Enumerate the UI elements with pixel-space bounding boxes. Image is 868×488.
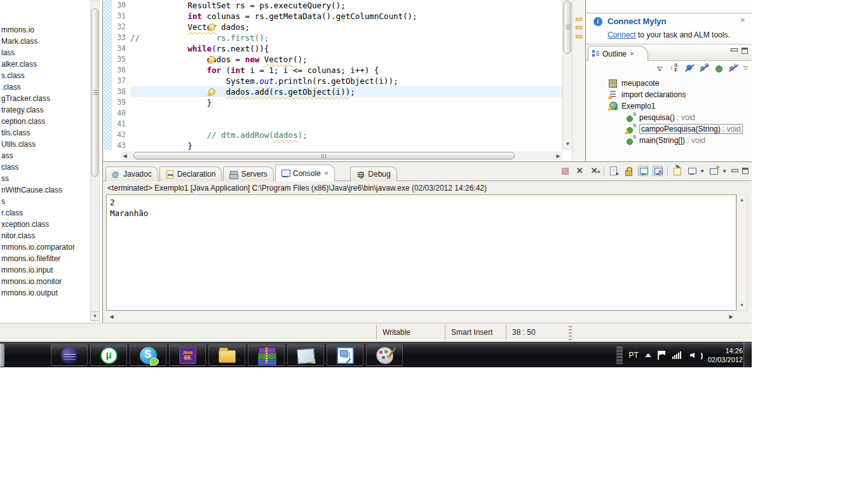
taskbar-button-folder[interactable] [208,344,245,366]
show-desktop-button[interactable] [743,342,752,368]
warning-marker-icon[interactable] [576,35,582,38]
close-icon[interactable]: ✕ [324,170,329,177]
taskbar-button-winrar[interactable] [248,344,285,366]
remove-launch-icon[interactable]: ✕ [574,166,585,176]
tree-item[interactable]: mmons.io.input [0,264,89,276]
tree-item[interactable]: .class [0,81,89,93]
show-console-stdout-icon[interactable] [638,166,648,176]
outline-item[interactable]: pesquisa() : void [586,112,752,123]
tree-item[interactable]: ception.class [0,116,89,127]
maximize-button[interactable] [742,168,749,174]
java-editor[interactable]: 3031323334353637383940414243 ResultSet r… [104,0,585,161]
remove-all-terminated-icon[interactable]: ✕ [589,166,599,176]
tree-item[interactable]: alker.class [0,58,89,70]
taskbar-button-notepad[interactable] [287,344,324,366]
console-horizontal-scrollbar[interactable]: ◀ ▶ [106,312,736,322]
hide-static-icon[interactable] [700,64,709,72]
tree-item[interactable]: s [0,196,89,207]
clear-console-icon[interactable] [609,166,619,176]
volume-icon[interactable] [690,351,702,360]
code-line[interactable] [130,108,562,119]
tree-item[interactable]: Utils.class [0,139,89,150]
chevron-down-icon[interactable]: ▼ [722,168,727,174]
scroll-up-icon[interactable]: ▲ [738,196,746,204]
code-line[interactable]: } [130,140,562,150]
hide-non-public-icon[interactable] [714,64,723,72]
explorer-scrollbar[interactable] [90,0,100,322]
current-line[interactable]: dados.add(rs.getObject(i)); [130,86,562,97]
scroll-right-icon[interactable]: ▶ [727,313,735,321]
taskbar-button-javaee[interactable] [169,344,206,366]
tree-item[interactable]: mmons.io.comparator [0,241,89,253]
taskbar-button-eclipse[interactable] [51,344,88,366]
code-line[interactable]: int colunas = rs.getMetaData().getColumn… [130,11,562,22]
language-indicator[interactable]: PT [629,351,639,360]
code-line[interactable]: } [130,97,562,108]
pin-console-icon[interactable] [672,166,682,176]
code-line[interactable] [130,119,562,130]
outline-item[interactable]: main(String[]) : void [586,135,752,146]
outline-item[interactable]: import declarations [586,89,752,100]
action-center-flag-icon[interactable] [658,351,666,360]
minimize-button[interactable] [731,48,737,53]
tab-servers[interactable]: Servers [223,166,273,181]
tab-javadoc[interactable]: @Javadoc [105,166,158,181]
code-line[interactable]: System.out.println(rs.getObject(i)); [130,76,562,86]
tree-item[interactable]: tils.class [0,127,89,139]
tree-item[interactable]: r.class [0,207,89,219]
tree-item[interactable]: nWithCause.class [0,184,89,196]
hide-fields-icon[interactable] [685,64,694,72]
tree-item[interactable]: s.class [0,70,89,81]
show-console-stderr-icon[interactable]: ✕ [653,166,663,176]
code-line[interactable]: while(rs.next()){ [130,43,562,54]
terminate-icon[interactable] [560,166,570,176]
scroll-down-icon[interactable]: ▼ [738,301,746,309]
taskbar-button-photo[interactable] [327,344,363,366]
tree-item[interactable]: nitor.class [0,230,89,241]
console-vertical-scrollbar[interactable]: ▲ ▼ [736,194,747,311]
tab-outline[interactable]: Outline ✕ [588,46,648,61]
tree-item[interactable]: mmons.io.output [0,287,89,299]
tree-item[interactable]: mmons.io [0,24,89,36]
code-area[interactable]: ResultSet rs = ps.executeQuery(); int co… [130,0,562,150]
tab-declaration[interactable]: Declaration [159,166,222,181]
editor-scroll-down-icon[interactable]: ▼ [564,140,572,149]
editor-hscroll-thumb[interactable] [133,152,515,159]
warning-bulb-icon[interactable] [207,55,215,64]
connect-link[interactable]: Connect [607,30,636,39]
network-signal-icon[interactable] [672,351,684,360]
code-line[interactable]: for (int i = 1; i <= colunas; i++) { [130,65,562,76]
outline-item[interactable]: Exemplo1 [586,100,752,112]
clock[interactable]: 14:26 02/03/2012 [708,346,743,364]
code-line[interactable]: Vector dados; [130,22,562,32]
view-menu-icon[interactable]: ▽ [743,64,748,72]
taskbar-button-utorrent[interactable] [90,344,127,366]
warning-bulb-icon[interactable] [207,88,215,96]
overview-ruler[interactable] [572,0,585,161]
scroll-lock-icon[interactable] [623,166,634,176]
code-line[interactable]: dados = new Vector(); [130,54,562,65]
close-icon[interactable]: ✕ [740,17,745,24]
outline-item[interactable]: campoPesquisa(String) : void [586,123,752,135]
start-button-cropped[interactable] [0,344,4,367]
editor-vscroll-thumb[interactable] [564,1,571,54]
explorer-scrollbar-thumb[interactable] [92,8,98,177]
open-console-icon[interactable] [709,166,719,176]
warning-marker-icon[interactable] [576,18,582,21]
explorer-scroll-down-icon[interactable]: ▼ [90,311,100,321]
tab-debug[interactable]: Debug [350,166,397,181]
tree-item[interactable]: lass [0,47,89,58]
tab-console[interactable]: Console✕ [275,165,336,181]
warning-marker-icon[interactable] [576,26,582,29]
tree-item[interactable]: mmons.io.filefilter [0,253,89,264]
tree-item[interactable]: class [0,161,89,173]
tree-item[interactable]: gTracker.class [0,93,89,104]
warning-bulb-icon[interactable] [207,23,215,31]
tree-item[interactable]: Mark.class [0,36,89,47]
tree-item[interactable]: ass [0,150,89,161]
code-line[interactable]: ResultSet rs = ps.executeQuery(); [130,0,562,11]
outline-item[interactable]: meupacote [586,78,752,89]
maximize-button[interactable] [742,48,748,54]
code-line[interactable]: // rs.first(); [130,32,562,43]
display-selected-console-icon[interactable] [687,166,697,176]
